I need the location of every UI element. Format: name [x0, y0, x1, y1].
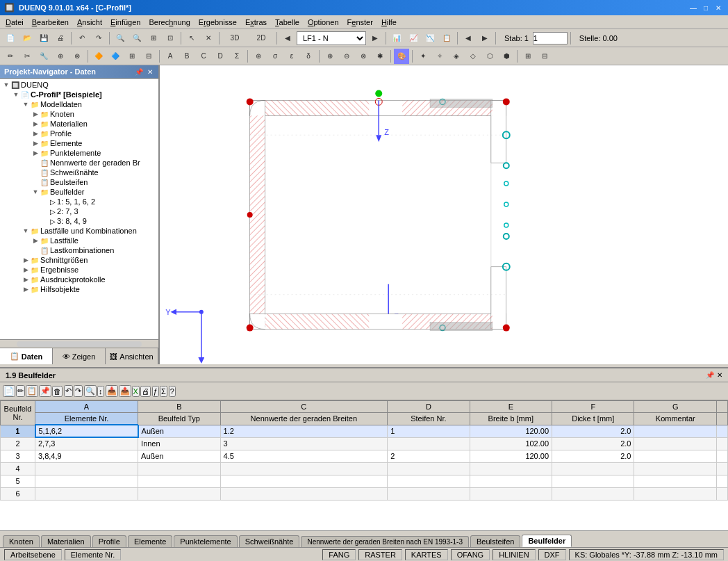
tb2-26[interactable]: ◈ — [449, 49, 464, 64]
tb2-17[interactable]: ε — [284, 49, 299, 64]
panel-pin-btn[interactable]: 📌 — [706, 371, 714, 379]
cell-nennwerte[interactable] — [220, 475, 388, 487]
cell-nr[interactable]: 5 — [1, 475, 35, 487]
cell-steifen[interactable] — [388, 487, 470, 500]
tree-item-nennwerte[interactable]: 📋 Nennwerte der geraden Br — [0, 158, 158, 168]
tb2-20[interactable]: ⊖ — [339, 49, 354, 64]
cell-dicke[interactable]: 2.0 — [552, 437, 634, 450]
tb2-27[interactable]: ◇ — [465, 49, 481, 64]
tb-view-3d[interactable]: 3D — [222, 31, 247, 46]
cell-breite[interactable]: 102.00 — [470, 437, 552, 450]
menu-berechnung[interactable]: Berechnung — [144, 17, 194, 28]
stab-input[interactable] — [533, 32, 568, 44]
tb2-23[interactable]: 🎨 — [394, 49, 409, 64]
tb-new[interactable]: 📄 — [3, 31, 18, 46]
tb2-31[interactable]: ⊟ — [537, 49, 552, 64]
bt-formula[interactable]: ƒ — [152, 386, 159, 397]
tab-schweissnaehte[interactable]: Schweißnähte — [239, 535, 300, 547]
cell-elemente[interactable]: 3,8,4,9 — [35, 450, 138, 462]
cell-kommentar[interactable] — [634, 425, 717, 437]
table-row[interactable]: 2 2,7,3 Innen 3 102.00 2.0 — [1, 437, 728, 450]
tab-elemente[interactable]: Elemente — [128, 535, 172, 547]
cell-breite[interactable]: 120.00 — [470, 425, 552, 437]
cell-steifen[interactable] — [388, 437, 470, 450]
cell-dicke[interactable]: 2.0 — [552, 450, 634, 462]
menu-ansicht[interactable]: Ansicht — [73, 17, 106, 28]
tb2-19[interactable]: ⊕ — [322, 49, 338, 64]
status-kartes[interactable]: KARTES — [405, 549, 448, 560]
bt-print2[interactable]: 🖨 — [140, 386, 151, 397]
tb2-25[interactable]: ✧ — [432, 49, 447, 64]
cell-nr[interactable]: 2 — [1, 437, 35, 450]
tree-item-schnittgroessen[interactable]: ▶ 📁 Schnittgrößen — [0, 255, 158, 265]
nav-tab-ansichten[interactable]: 🖼 Ansichten — [106, 348, 158, 364]
tree-item-bf2[interactable]: ▷ 2: 7, 3 — [0, 206, 158, 216]
tb-print[interactable]: 🖨 — [53, 31, 68, 46]
tb2-6[interactable]: 🔶 — [91, 49, 106, 64]
tb-next[interactable]: ▶ — [367, 31, 383, 46]
tree-item-bf1[interactable]: ▷ 1: 5, 1, 6, 2 — [0, 197, 158, 206]
nav-tab-daten[interactable]: 📋 Daten — [0, 348, 53, 364]
canvas-area[interactable]: Y Z Z — [160, 65, 728, 364]
tab-beulfelder[interactable]: Beulfelder — [522, 535, 572, 547]
tb-results4[interactable]: 📋 — [439, 31, 454, 46]
menu-hilfe[interactable]: Hilfe — [377, 17, 401, 28]
tree-item-beulfelder[interactable]: ▼ 📁 Beulfelder — [0, 187, 158, 197]
bt-formula2[interactable]: Σ — [160, 386, 167, 397]
tb2-16[interactable]: σ — [267, 49, 283, 64]
nav-scrollbar[interactable] — [0, 339, 158, 348]
tb2-7[interactable]: 🔷 — [108, 49, 123, 64]
cell-steifen[interactable]: 2 — [388, 450, 470, 462]
cell-nr[interactable]: 6 — [1, 487, 35, 500]
tb-prev[interactable]: ◀ — [280, 31, 295, 46]
nav-tab-zeigen[interactable]: 👁 Zeigen — [53, 348, 106, 364]
status-fang[interactable]: FANG — [322, 549, 356, 560]
tb-results1[interactable]: 📊 — [389, 31, 404, 46]
tb2-14[interactable]: Σ — [229, 49, 245, 64]
tb-deselect[interactable]: ✕ — [201, 31, 216, 46]
bt-new-row[interactable]: 📄 — [3, 385, 15, 397]
status-ofang[interactable]: OFANG — [451, 549, 490, 560]
tb-redo[interactable]: ↷ — [91, 31, 106, 46]
tree-item-lastkombinationen[interactable]: 📋 Lastkombinationen — [0, 245, 158, 255]
tb-open[interactable]: 📂 — [19, 31, 35, 46]
tb2-2[interactable]: ✂ — [19, 49, 35, 64]
tree-item-bf3[interactable]: ▷ 3: 8, 4, 9 — [0, 216, 158, 226]
cell-kommentar[interactable] — [634, 450, 717, 462]
cell-kommentar[interactable] — [634, 437, 717, 450]
tb-view-2d[interactable]: 2D — [249, 31, 274, 46]
tree-item-punktelemente[interactable]: ▶ 📁 Punktelemente — [0, 148, 158, 158]
bt-delete[interactable]: 🗑 — [52, 386, 63, 397]
bt-filter[interactable]: 🔍 — [84, 385, 97, 397]
bt-edit[interactable]: ✏ — [16, 385, 25, 397]
tree-item-hilfsobjekte[interactable]: ▶ 📁 Hilfsobjekte — [0, 284, 158, 294]
bt-excel[interactable]: X — [132, 386, 140, 397]
cell-breite[interactable] — [470, 462, 552, 475]
close-button[interactable]: ✕ — [713, 2, 724, 13]
tab-knoten[interactable]: Knoten — [3, 535, 40, 547]
menu-bearbeiten[interactable]: Bearbeiten — [28, 17, 73, 28]
tree-item-lastfaelle-grp[interactable]: ▼ 📁 Lastfälle und Kombinationen — [0, 226, 158, 236]
lf-dropdown[interactable]: LF1 - N — [297, 31, 366, 45]
menu-extras[interactable]: Extras — [241, 17, 271, 28]
tree-item-ergebnisse[interactable]: ▶ 📁 Ergebnisse — [0, 265, 158, 275]
tree-item-duenq[interactable]: ▼ 🔲 DUENQ — [0, 80, 158, 90]
cell-typ[interactable]: Außen — [138, 450, 220, 462]
status-hlinien[interactable]: HLINIEN — [493, 549, 535, 560]
tb2-30[interactable]: ⊞ — [520, 49, 536, 64]
cell-elemente[interactable]: 5,1,6,2 — [35, 425, 138, 437]
cell-typ[interactable] — [138, 487, 220, 500]
tb-select[interactable]: ↖ — [184, 31, 199, 46]
cell-typ[interactable]: Außen — [138, 425, 220, 437]
tree-item-lastfaelle[interactable]: ▶ 📁 Lastfälle — [0, 236, 158, 245]
data-table-container[interactable]: BeulfeldNr. A B C D E F G Elemente Nr. B… — [0, 400, 728, 530]
cell-breite[interactable]: 120.00 — [470, 450, 552, 462]
cell-nennwerte[interactable]: 1.2 — [220, 425, 388, 437]
cell-steifen[interactable] — [388, 475, 470, 487]
cell-steifen[interactable]: 1 — [388, 425, 470, 437]
cell-nennwerte[interactable] — [220, 487, 388, 500]
cell-steifen[interactable] — [388, 462, 470, 475]
cell-typ[interactable]: Innen — [138, 437, 220, 450]
cell-dicke[interactable] — [552, 487, 634, 500]
tree-item-cprofil[interactable]: ▼ 📄 C-Profil* [Beispiele] — [0, 90, 158, 99]
